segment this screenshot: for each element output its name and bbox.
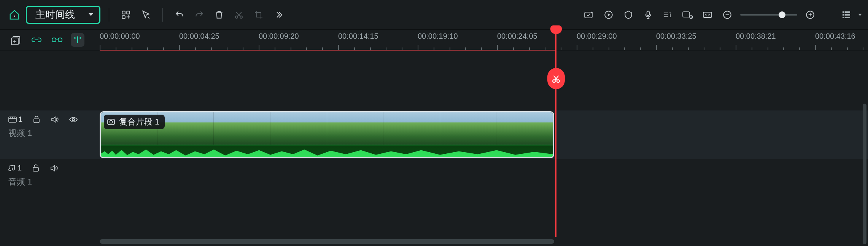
svg-point-11 bbox=[691, 16, 692, 17]
more-tools-button[interactable] bbox=[270, 6, 287, 23]
redo-button[interactable] bbox=[191, 6, 208, 23]
cut-button[interactable] bbox=[231, 6, 247, 23]
ruler-timestamp: 00:00:43:16 bbox=[815, 32, 855, 41]
separator bbox=[109, 8, 109, 22]
svg-rect-2 bbox=[127, 11, 130, 14]
clip-thumbnail bbox=[327, 112, 384, 145]
audio-track-lane[interactable] bbox=[100, 159, 868, 201]
zoom-slider-thumb[interactable] bbox=[779, 11, 785, 18]
track-mute-button[interactable] bbox=[50, 164, 58, 172]
track-visibility-button[interactable] bbox=[69, 116, 78, 123]
chevron-down-icon[interactable] bbox=[858, 14, 862, 16]
svg-rect-1 bbox=[122, 11, 125, 14]
ruler-row: 00:00:00:0000:00:04:2500:00:09:2000:00:1… bbox=[0, 30, 868, 50]
snap-toggle-button[interactable] bbox=[71, 33, 84, 47]
ai-enhance-button[interactable] bbox=[580, 6, 597, 23]
video-track-label: 视频 1 bbox=[8, 128, 100, 139]
ruler-timestamp: 00:00:09:20 bbox=[259, 32, 299, 41]
zoom-slider[interactable] bbox=[740, 14, 797, 16]
delete-button[interactable] bbox=[211, 6, 227, 23]
zoom-in-button[interactable] bbox=[802, 6, 819, 23]
separator bbox=[162, 8, 163, 22]
clip-thumbnail bbox=[496, 112, 553, 145]
mask-button[interactable] bbox=[620, 6, 637, 23]
audio-track-index: 1 bbox=[17, 164, 22, 172]
svg-rect-15 bbox=[843, 11, 844, 13]
home-button[interactable] bbox=[6, 6, 23, 23]
svg-rect-8 bbox=[647, 11, 650, 16]
video-clip[interactable]: 复合片段 1 bbox=[100, 111, 554, 158]
clip-title: 复合片段 1 bbox=[119, 116, 159, 128]
clip-thumbnail bbox=[157, 112, 214, 145]
clip-audio-waveform bbox=[101, 145, 553, 157]
chevron-down-icon bbox=[89, 13, 93, 16]
svg-point-0 bbox=[14, 15, 15, 17]
svg-rect-32 bbox=[33, 167, 38, 171]
clip-thumbnail bbox=[270, 112, 327, 145]
playhead-cut-button[interactable] bbox=[547, 68, 565, 89]
svg-rect-28 bbox=[34, 119, 39, 123]
timeline-selector-dropdown[interactable]: 主时间线 bbox=[26, 6, 100, 24]
svg-rect-20 bbox=[845, 17, 850, 18]
crop-button[interactable] bbox=[250, 6, 267, 23]
horizontal-scrollbar-row bbox=[0, 237, 868, 246]
audio-track-label: 音频 1 bbox=[8, 176, 100, 188]
video-track-icon: 1 bbox=[8, 115, 22, 124]
zoom-control bbox=[719, 6, 819, 23]
zoom-out-button[interactable] bbox=[719, 6, 736, 23]
svg-rect-19 bbox=[843, 17, 844, 18]
timeline-selector-label: 主时间线 bbox=[35, 8, 75, 21]
compound-clip-icon bbox=[107, 118, 115, 126]
video-track-lane[interactable]: 复合片段 1 bbox=[100, 110, 868, 159]
track-lock-button[interactable] bbox=[32, 116, 41, 123]
pointer-tool-button[interactable] bbox=[137, 6, 154, 23]
ruler-timestamp: 00:00:29:00 bbox=[577, 32, 617, 41]
svg-rect-18 bbox=[845, 14, 850, 16]
video-track: 1 视频 1 bbox=[0, 110, 868, 159]
tracks-area: 1 视频 1 bbox=[0, 50, 868, 237]
track-display-options-button[interactable] bbox=[840, 8, 853, 21]
audio-track-icon: 1 bbox=[8, 164, 22, 172]
svg-rect-23 bbox=[52, 38, 56, 42]
link-toggle-button[interactable] bbox=[30, 33, 43, 47]
svg-rect-17 bbox=[843, 14, 844, 16]
video-track-header: 1 视频 1 bbox=[0, 110, 100, 159]
add-track-button[interactable] bbox=[9, 33, 23, 47]
fit-width-button[interactable] bbox=[699, 6, 716, 23]
svg-rect-3 bbox=[122, 16, 125, 19]
svg-rect-30 bbox=[108, 119, 114, 125]
time-ruler[interactable]: 00:00:00:0000:00:04:2500:00:09:2000:00:1… bbox=[100, 30, 868, 50]
vertical-scrollbar[interactable] bbox=[863, 104, 866, 244]
video-track-index: 1 bbox=[18, 115, 22, 124]
svg-rect-6 bbox=[585, 12, 592, 18]
ruler-timestamp: 00:00:24:05 bbox=[497, 32, 537, 41]
audio-track-header: 1 音频 1 bbox=[0, 159, 100, 201]
add-marker-button[interactable] bbox=[118, 6, 134, 23]
ripple-toggle-button[interactable] bbox=[50, 33, 64, 47]
ruler-timestamp: 00:00:14:15 bbox=[338, 32, 378, 41]
spacer-track bbox=[0, 50, 868, 110]
svg-point-4 bbox=[235, 16, 238, 18]
horizontal-scrollbar[interactable] bbox=[100, 239, 554, 244]
undo-button[interactable] bbox=[171, 6, 188, 23]
clip-thumbnail bbox=[383, 112, 440, 145]
voiceover-button[interactable] bbox=[640, 6, 657, 23]
track-lock-button[interactable] bbox=[32, 164, 40, 172]
render-preview-button[interactable] bbox=[679, 6, 696, 23]
svg-point-25 bbox=[553, 80, 555, 82]
timeline-toolbar: 主时间线 bbox=[0, 0, 868, 30]
ruler-timestamp: 00:00:00:00 bbox=[100, 32, 140, 41]
audio-mixer-button[interactable] bbox=[660, 6, 676, 23]
track-header-tools bbox=[0, 30, 100, 50]
clip-title-badge: 复合片段 1 bbox=[104, 115, 165, 129]
svg-rect-9 bbox=[683, 12, 690, 17]
audio-track: 1 音频 1 bbox=[0, 159, 868, 201]
svg-point-5 bbox=[240, 16, 242, 18]
ruler-timestamp: 00:00:38:21 bbox=[736, 32, 776, 41]
ruler-timestamp: 00:00:04:25 bbox=[179, 32, 219, 41]
clip-thumbnail bbox=[440, 112, 497, 145]
track-mute-button[interactable] bbox=[51, 116, 59, 123]
svg-point-31 bbox=[110, 121, 113, 123]
svg-point-26 bbox=[556, 80, 559, 82]
preview-button[interactable] bbox=[600, 6, 617, 23]
